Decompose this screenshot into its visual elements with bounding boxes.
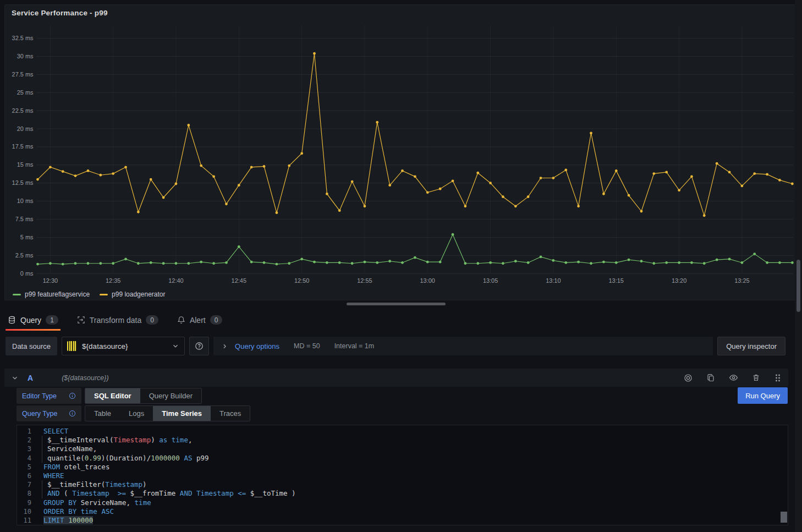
line-number: 3 [17,445,31,453]
svg-text:12:40: 12:40 [168,277,183,284]
query-datasource-hint: (${datasource}) [62,374,108,382]
tab-count-badge: 1 [46,315,58,325]
line-number: 2 [17,436,31,445]
svg-text:15 ms: 15 ms [17,161,34,168]
tab-transform-data[interactable]: Transform data0 [75,311,161,329]
tab-alert[interactable]: Alert0 [175,311,224,329]
clickhouse-logo-icon [67,341,77,351]
legend-series-swatch [100,294,108,295]
sql-line-8: 8AND ( Timestamp >= $__fromTime AND Time… [17,489,788,498]
svg-text:5 ms: 5 ms [20,234,34,240]
svg-text:20 ms: 20 ms [17,125,34,132]
query-options-interval: Interval = 1m [334,342,375,350]
tab-label: Alert [190,316,206,325]
question-circle-icon [195,342,204,350]
datasource-row: Data source ${datasource} Query options … [6,337,785,355]
line-number: 11 [17,516,31,525]
info-circle-icon [69,392,76,399]
svg-text:12:30: 12:30 [43,277,58,284]
page-scrollbar-thumb[interactable] [796,260,800,312]
sql-line-3: 3ServiceName, [17,445,788,453]
svg-text:32.5 ms: 32.5 ms [12,35,34,41]
svg-text:13:15: 13:15 [609,277,624,284]
query-options-link[interactable]: Query options [235,342,279,350]
svg-text:0 ms: 0 ms [20,270,34,277]
query-options-md: MD = 50 [294,342,320,350]
datasource-label: Data source [6,337,57,355]
toggle-visibility-eye-icon[interactable] [729,373,738,382]
selected-text: LIMIT 100000 [43,516,93,524]
query-row-header[interactable]: A (${datasource}) [4,369,788,387]
svg-text:27.5 ms: 27.5 ms [12,71,34,78]
query-type-option-traces[interactable]: Traces [211,406,250,421]
svg-text:13:05: 13:05 [483,277,498,284]
legend-item-p99-featureflagservice[interactable]: p99 featureflagservice [13,290,90,298]
query-header-actions [684,373,782,382]
legend-series-label: p99 loadgenerator [112,290,165,298]
line-number: 6 [17,471,31,480]
svg-text:7.5 ms: 7.5 ms [15,216,34,222]
tab-bar: Query1Transform data0Alert0 [6,311,224,329]
query-type-option-table[interactable]: Table [85,406,120,421]
sql-line-7: 7$__timeFilter(Timestamp) [17,480,788,489]
line-number: 9 [17,498,31,507]
svg-text:12:55: 12:55 [357,277,372,284]
sql-line-4: 4quantile(0.99)(Duration)/1000000 AS p99 [17,454,788,463]
svg-text:12:45: 12:45 [232,277,246,284]
query-type-option-time-series[interactable]: Time Series [153,406,211,421]
delete-query-trash-icon[interactable] [752,374,760,382]
tab-count-badge: 0 [210,315,223,325]
query-type-seg: TableLogsTime SeriesTraces [85,405,250,421]
svg-text:12:35: 12:35 [106,277,120,284]
sql-line-1: 1SELECT [17,427,788,436]
svg-text:13:20: 13:20 [672,277,686,284]
sql-line-10: 10ORDER BY time ASC [17,507,788,516]
svg-text:25 ms: 25 ms [17,89,34,96]
run-query-button[interactable]: Run Query [738,387,788,404]
sql-code-editor[interactable]: 1SELECT2$__timeInterval(Timestamp) as ti… [17,425,788,525]
editor-scrollbar-thumb[interactable] [781,512,787,523]
query-type-label: Query Type [17,405,81,421]
sql-line-9: 9GROUP BY ServiceName, time [17,498,788,507]
line-number: 1 [17,427,31,436]
tab-query[interactable]: Query1 [6,311,61,329]
query-options-bar[interactable]: Query options MD = 50 Interval = 1m [213,337,713,355]
tab-count-badge: 0 [146,315,158,325]
svg-text:13:25: 13:25 [734,277,749,284]
sql-line-6: 6WHERE [17,471,788,480]
editor-type-option-sql-editor[interactable]: SQL Editor [85,388,140,403]
drag-handle-icon[interactable] [774,374,782,382]
svg-text:10 ms: 10 ms [17,198,34,204]
query-type-row: Query Type TableLogsTime SeriesTraces [17,405,250,421]
datasource-help-button[interactable] [189,337,209,355]
editor-type-row: Editor Type SQL EditorQuery Builder [17,388,202,404]
svg-text:13:10: 13:10 [546,277,561,284]
line-number: 5 [17,463,31,471]
bell-icon [177,316,185,324]
chevron-right-icon [221,343,228,350]
datasource-picker[interactable]: ${datasource} [62,337,185,355]
query-type-option-logs[interactable]: Logs [120,406,153,421]
chevron-down-icon [172,342,179,350]
svg-text:22.5 ms: 22.5 ms [12,107,34,114]
database-icon [8,316,16,324]
query-inspector-button[interactable]: Query inspector [717,337,785,355]
sql-line-11: 11LIMIT 100000 [17,516,788,525]
timeseries-panel: Service Performance - p99 0 ms2.5 ms5 ms… [4,4,798,300]
horizontal-scrollbar[interactable] [347,303,446,305]
legend-item-p99-loadgenerator[interactable]: p99 loadgenerator [100,290,165,298]
sql-line-2: 2$__timeInterval(Timestamp) as time, [17,436,788,445]
svg-text:13:00: 13:00 [420,277,435,284]
line-number: 4 [17,454,31,463]
collapse-chevron-down-icon[interactable] [11,374,19,382]
svg-text:30 ms: 30 ms [17,53,34,59]
timeseries-chart: 0 ms2.5 ms5 ms7.5 ms10 ms12.5 ms15 ms17.… [5,5,797,300]
record-circle-icon[interactable] [684,374,693,382]
line-number: 8 [17,489,31,498]
svg-text:12.5 ms: 12.5 ms [12,179,34,186]
legend-series-swatch [13,294,21,295]
editor-type-option-query-builder[interactable]: Query Builder [140,388,201,403]
duplicate-query-icon[interactable] [706,374,715,382]
chart-legend: p99 featureflagservicep99 loadgenerator [13,290,166,298]
query-ref-id: A [28,374,33,382]
